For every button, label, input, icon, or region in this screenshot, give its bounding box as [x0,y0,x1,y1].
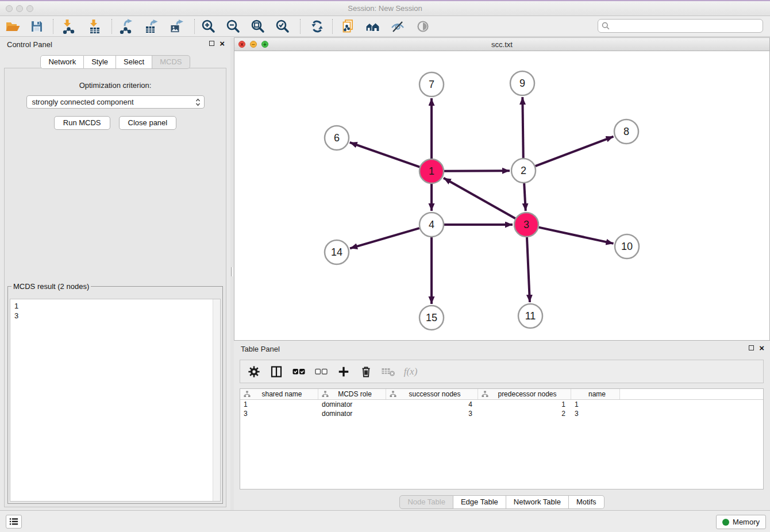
column-header-predecessor-nodes[interactable]: predecessor nodes [478,389,571,399]
toolbar-separator [194,19,195,34]
task-history-button[interactable] [6,515,22,529]
save-session-button[interactable] [26,18,47,35]
delete-column-button[interactable] [357,363,374,380]
table-row[interactable]: 3 dominator 3 2 3 [240,409,763,418]
zoom-fit-icon [251,19,265,34]
graph-node-1[interactable]: 1 [419,159,444,183]
export-image-button[interactable] [167,18,187,35]
column-header-filler [620,389,763,399]
result-scrollbar[interactable] [213,299,220,501]
table-settings-button[interactable] [245,363,262,380]
cell-successor-nodes: 3 [386,409,478,418]
create-column-button[interactable] [335,363,352,380]
delete-table-button[interactable] [380,363,396,380]
clone-network-icon [341,19,356,34]
split-columns-icon [270,365,283,379]
close-panel-button[interactable]: Close panel [119,116,177,130]
houses-icon [365,20,381,33]
hide-selected-button[interactable] [387,18,408,35]
graph-edge-2-8[interactable] [536,137,614,167]
cell-shared-name: 3 [240,409,318,418]
list-icon [9,517,19,526]
table-panel: Table Panel × [234,342,770,510]
criterion-value: strongly connected component [32,98,195,106]
network-graph[interactable]: 7968124314101511 [234,51,769,340]
graph-node-3[interactable]: 3 [514,213,538,237]
graph-edge-1-2[interactable] [444,171,510,171]
column-header-successor-nodes[interactable]: successor nodes [386,389,478,399]
close-panel-icon[interactable]: × [220,40,225,47]
tab-edge-table[interactable]: Edge Table [453,495,506,509]
graph-edge-2-3[interactable] [524,183,526,211]
select-stepper-icon [195,98,201,106]
zoom-selected-button[interactable] [272,18,293,35]
criterion-select[interactable]: strongly connected component [26,95,205,109]
import-network-button[interactable] [58,18,79,35]
graph-node-label: 2 [521,165,526,176]
show-column-panel-button[interactable] [268,363,284,380]
graph-edge-4-14[interactable] [350,228,419,248]
show-all-button[interactable] [413,18,433,35]
main-toolbar [0,16,770,37]
graph-node-11[interactable]: 11 [518,304,542,328]
graph-node-7[interactable]: 7 [419,72,444,97]
first-neighbors-button[interactable] [363,18,383,35]
tab-network-table[interactable]: Network Table [506,495,569,509]
float-panel-icon[interactable] [209,41,214,46]
table-row[interactable]: 1 dominator 4 1 1 [240,400,763,409]
zoom-selected-icon [275,19,290,34]
search-icon [602,22,610,30]
tab-mcds[interactable]: MCDS [152,55,190,69]
save-icon [30,20,44,33]
import-table-button[interactable] [84,18,105,35]
graph-edge-3-11[interactable] [527,237,530,302]
table-tabs: Node Table Edge Table Network Table Moti… [234,495,770,509]
graph-node-15[interactable]: 15 [419,306,444,330]
table-toolbar: f(x) [240,360,764,383]
network-canvas[interactable]: 7968124314101511 [234,51,769,340]
graph-node-10[interactable]: 10 [615,234,639,259]
export-table-button[interactable] [141,18,162,35]
graph-node-8[interactable]: 8 [614,119,638,144]
tab-motifs[interactable]: Motifs [569,495,605,509]
clone-network-button[interactable] [338,18,359,35]
apply-layout-button[interactable] [307,18,328,35]
cell-filler [620,400,763,409]
float-panel-icon[interactable] [749,345,754,350]
column-header-mcds-role[interactable]: MCDS role [318,389,386,399]
column-header-name[interactable]: name [571,389,620,399]
graph-edge-3-10[interactable] [538,228,613,244]
tab-style[interactable]: Style [84,55,116,69]
graph-node-label: 15 [426,312,437,323]
mcds-panel: Optimization criterion: strongly connect… [4,68,226,507]
delete-table-icon [381,366,396,377]
tab-select[interactable]: Select [116,55,152,69]
graph-node-6[interactable]: 6 [325,126,349,150]
graph-edge-1-6[interactable] [350,142,420,167]
graph-node-2[interactable]: 2 [511,159,536,183]
gear-icon [247,365,261,379]
zoom-fit-button[interactable] [248,18,268,35]
graph-node-label: 10 [621,241,633,252]
open-session-button[interactable] [2,18,23,35]
zoom-in-button[interactable] [198,18,219,35]
graph-node-4[interactable]: 4 [419,213,444,237]
memory-button[interactable]: Memory [716,515,766,529]
export-network-button[interactable] [116,18,137,35]
function-builder-button[interactable]: f(x) [402,363,419,380]
select-all-icon [292,367,306,377]
search-input[interactable] [612,21,759,30]
graph-node-9[interactable]: 9 [510,71,534,95]
column-header-shared-name[interactable]: shared name [240,389,318,399]
run-mcds-button[interactable]: Run MCDS [54,116,110,130]
zoom-out-button[interactable] [223,18,244,35]
deselect-all-button[interactable] [313,363,329,380]
tab-network[interactable]: Network [40,55,84,69]
graph-edge-3-1[interactable] [444,178,515,218]
select-all-button[interactable] [290,363,307,380]
graph-edge-2-9[interactable] [522,97,523,158]
close-panel-icon[interactable]: × [759,345,764,351]
tab-node-table[interactable]: Node Table [399,495,453,509]
graph-node-14[interactable]: 14 [325,240,349,264]
cell-mcds-role: dominator [318,409,386,418]
